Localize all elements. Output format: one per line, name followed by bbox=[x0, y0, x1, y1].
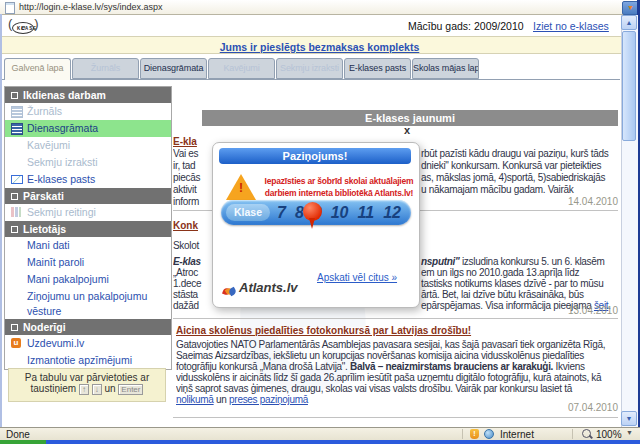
sidebar-item-mani-dati[interactable]: Mani dati bbox=[5, 237, 171, 254]
zoom-dropdown-icon[interactable]: ▼ bbox=[626, 429, 633, 436]
article3-line: viņš saprot savas ģimenes, draugu, skola… bbox=[176, 383, 621, 394]
chart-icon bbox=[11, 207, 21, 217]
globe-icon bbox=[484, 429, 494, 439]
section-icon bbox=[11, 92, 18, 99]
scroll-up-button[interactable]: ▲ bbox=[621, 15, 637, 30]
article1-line: u nākamajam mācību gadam. Vairāk bbox=[421, 184, 620, 195]
article2-line: ārtā. Bet, lai dzīve būtu krāsaināka, bū… bbox=[421, 289, 620, 300]
scrollbar-thumb[interactable] bbox=[622, 31, 636, 141]
preses-pazinojuma-link[interactable]: preses paziņojumā bbox=[229, 394, 308, 405]
zone-label: Internet bbox=[500, 429, 534, 440]
article1-heading[interactable]: E-kla bbox=[173, 136, 197, 147]
article-divider bbox=[173, 417, 618, 418]
sidebar-item-sekmju-izraksti: Sekmju izraksti bbox=[5, 154, 171, 171]
sidebar-item-sekmju-reitingi: Sekmju reitingi bbox=[5, 204, 171, 221]
article2-line: nsputni" izsludina konkursu 5. un 6. kla… bbox=[421, 256, 620, 267]
logout-link[interactable]: Iziet no e-klases bbox=[533, 20, 609, 32]
close-icon[interactable]: x bbox=[404, 124, 410, 136]
article-divider bbox=[173, 318, 618, 319]
magnifier-icon bbox=[582, 429, 591, 438]
notification-popup: Paziņojums! ! Iepazīsties ar šobrīd skol… bbox=[212, 142, 420, 308]
article1-line: piecās bbox=[173, 172, 213, 183]
balloon-pointer-icon bbox=[303, 202, 322, 221]
article2-line: em un ilgs no 2010.gada 13.aprīļa līdz bbox=[421, 267, 620, 278]
tab-galvena-lapa[interactable]: Galvenā lapa bbox=[4, 58, 71, 80]
taskbar-edge bbox=[0, 440, 640, 444]
tab-eklases-pasts[interactable]: E-klases pasts bbox=[344, 58, 411, 79]
grade-12[interactable]: 12 bbox=[383, 204, 401, 222]
sidebar: Ikdienas darbam Žurnāls Dienasgrāmata Ka… bbox=[4, 86, 172, 370]
browser-window: http://login.e-klase.lv/sys/index.aspx ▼… bbox=[0, 0, 640, 444]
popup-message: Iepazīsties ar šobrīd skolai aktuālajiem… bbox=[263, 175, 415, 199]
sidebar-item-mani-pakalpojumi[interactable]: Mani pakalpojumi bbox=[5, 271, 171, 288]
sidebar-item-izmantotie-apzimejumi[interactable]: Izmantotie apzīmējumi bbox=[5, 352, 171, 369]
status-text: Done bbox=[6, 429, 30, 440]
article2-line: stāsta bbox=[173, 289, 213, 300]
scroll-down-button[interactable]: ▼ bbox=[621, 411, 637, 426]
article1-line: as, mākslas jomā, 4)sportā, 5)sabiedrisk… bbox=[421, 172, 620, 183]
shield-icon: ! bbox=[470, 429, 479, 439]
logo-sub: KLASE bbox=[17, 26, 37, 31]
sidebar-header-parskati: Pārskati bbox=[5, 188, 171, 204]
free-package-banner: Jums ir pieslēgts bezmaksas komplekts bbox=[2, 36, 637, 54]
statusbar-divider bbox=[462, 429, 463, 439]
mail-icon bbox=[11, 175, 23, 184]
see-more-link[interactable]: Apskati vēl citus » bbox=[317, 272, 397, 283]
grade-selector: Klase 7 8 9 10 11 12 bbox=[221, 200, 411, 225]
sidebar-item-dienasgramata[interactable]: Dienasgrāmata bbox=[5, 120, 171, 137]
tabs-baseline bbox=[2, 79, 620, 80]
url-text[interactable]: http://login.e-klase.lv/sys/index.aspx bbox=[19, 2, 163, 12]
section-icon bbox=[11, 324, 18, 331]
article2-line: tastisks notikums klases dzīvē - par to … bbox=[421, 278, 620, 289]
start-button-fragment bbox=[0, 440, 46, 444]
sidebar-header-noderigi: Noderīgi bbox=[5, 319, 171, 335]
school-year-label: Mācību gads: 2009/2010 bbox=[408, 20, 524, 32]
article2-line: E-klas bbox=[173, 256, 213, 267]
uzdevumi-icon: u bbox=[11, 338, 21, 348]
statusbar-divider bbox=[572, 429, 573, 439]
window-border-left bbox=[0, 14, 2, 427]
eklase-logo[interactable]: (e) KLASE bbox=[8, 16, 52, 34]
article1-line: Vai es bbox=[173, 148, 213, 159]
article1-line: dnieki" konkursam. Konkursā var pieteikt… bbox=[421, 160, 620, 171]
article1-line: aktivit bbox=[173, 184, 213, 195]
sidebar-header-lietotajs: Lietotājs bbox=[5, 221, 171, 237]
warning-exclamation: ! bbox=[239, 181, 243, 195]
article2-heading[interactable]: Konk bbox=[173, 220, 198, 231]
article3-date: 07.04.2010 bbox=[450, 402, 618, 413]
klase-label: Klase bbox=[226, 204, 270, 221]
url-bar: http://login.e-klase.lv/sys/index.aspx ▼ bbox=[0, 0, 640, 15]
nolikuma-link[interactable]: nolikumā bbox=[176, 394, 214, 405]
grade-links: 7 8 9 10 11 12 bbox=[277, 200, 401, 225]
article2-line: „Atroc bbox=[173, 267, 213, 278]
sidebar-item-uzdevumi[interactable]: uUzdevumi.lv bbox=[5, 335, 171, 352]
diary-icon bbox=[11, 123, 23, 135]
sidebar-header-ikdienas: Ikdienas darbam bbox=[5, 87, 171, 103]
article3-line: fotogrāfiju konkursā „Mana drošā Latvija… bbox=[176, 361, 621, 372]
sidebar-item-mainit-paroli[interactable]: Mainīt paroli bbox=[5, 254, 171, 271]
article2-line: Skolot bbox=[173, 240, 213, 251]
tab-dienasgramata[interactable]: Dienasgrāmata bbox=[140, 58, 207, 79]
key-enter: Enter bbox=[118, 384, 143, 395]
page-icon bbox=[5, 2, 15, 14]
sidebar-item-zinojumu-vesture[interactable]: Ziņojumu un pakalpojumu vēsture bbox=[5, 288, 171, 319]
article1-line: ir, tad bbox=[173, 160, 213, 171]
key-up-icon: ↑ bbox=[79, 384, 89, 395]
sidebar-item-kavejumi: Kavējumi bbox=[5, 137, 171, 154]
sidebar-item-eklases-pasts[interactable]: E-klases pasts bbox=[5, 171, 171, 188]
sidebar-item-zurnals: Žurnāls bbox=[5, 103, 171, 120]
article3-line: vidusskolēns ir aicināts līdz šī gada 26… bbox=[176, 372, 621, 383]
grade-7[interactable]: 7 bbox=[277, 204, 286, 222]
tab-skolas-majas-lapa[interactable]: Skolas mājas lapa bbox=[412, 58, 479, 79]
section-icon bbox=[11, 193, 18, 200]
grade-10[interactable]: 10 bbox=[331, 204, 349, 222]
popup-title: Paziņojums! bbox=[219, 148, 411, 164]
zoom-level: 100% bbox=[596, 429, 622, 440]
grade-11[interactable]: 11 bbox=[358, 204, 375, 222]
banner-link[interactable]: Jums ir pieslēgts bezmaksas komplekts bbox=[220, 41, 420, 53]
section-icon bbox=[11, 226, 18, 233]
article2-line: dažād bbox=[173, 300, 213, 311]
tab-sekmju-izraksti: Sekmju izraksti bbox=[276, 58, 343, 79]
atlants-logo[interactable]: Atlants.lv bbox=[223, 277, 298, 295]
article3-heading[interactable]: Aicina skolēnus piedalīties fotokonkursā… bbox=[176, 325, 471, 336]
